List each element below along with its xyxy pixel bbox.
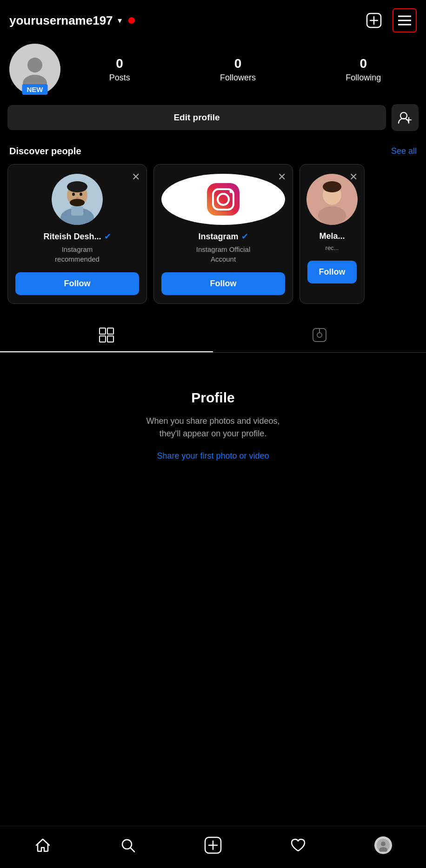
svg-point-8 — [400, 112, 407, 119]
nav-home-button[interactable] — [29, 834, 57, 857]
empty-state-subtitle: When you share photos and videos,they'll… — [146, 415, 280, 440]
svg-point-18 — [80, 193, 82, 196]
card-name-row-mela: Mela... — [319, 231, 345, 241]
grid-icon — [99, 327, 114, 343]
nav-search-button[interactable] — [114, 834, 142, 857]
svg-rect-30 — [107, 328, 113, 334]
svg-point-17 — [72, 193, 75, 196]
card-avatar-instagram — [161, 174, 285, 225]
close-card-riteish-button[interactable]: ✕ — [132, 171, 140, 183]
svg-rect-29 — [100, 328, 106, 334]
svg-rect-20 — [207, 183, 240, 216]
follow-mela-button[interactable]: Follow — [307, 261, 357, 283]
new-badge: NEW — [22, 84, 48, 95]
stat-followers[interactable]: 0 Followers — [220, 56, 256, 83]
username-text: yourusername197 — [9, 13, 113, 28]
heart-icon — [290, 837, 306, 853]
following-label: Following — [346, 73, 381, 83]
share-first-photo-link[interactable]: Share your first photo or video — [157, 451, 269, 461]
tabs-row — [0, 318, 426, 353]
verified-icon-instagram: ✔ — [241, 231, 248, 242]
person-card-riteish: ✕ Riteish Desh — [7, 164, 147, 304]
svg-point-19 — [76, 197, 79, 199]
svg-point-42 — [381, 842, 386, 846]
add-person-icon — [398, 111, 412, 124]
nav-profile-avatar — [374, 836, 392, 854]
card-avatar-riteish — [52, 174, 103, 225]
svg-point-27 — [323, 181, 341, 192]
stat-following[interactable]: 0 Following — [346, 56, 381, 83]
svg-rect-32 — [107, 336, 113, 342]
svg-point-28 — [318, 206, 346, 225]
card-name-row-riteish: Riteish Desh... ✔ — [43, 231, 111, 242]
nav-activity-button[interactable] — [284, 834, 312, 857]
close-card-instagram-button[interactable]: ✕ — [278, 171, 286, 183]
profile-section: NEW 0 Posts 0 Followers 0 Following — [0, 38, 426, 104]
follow-riteish-button[interactable]: Follow — [15, 272, 139, 295]
posts-count: 0 — [116, 56, 123, 71]
card-name-riteish: Riteish Desh... — [43, 232, 101, 242]
svg-point-16 — [70, 199, 85, 206]
card-name-row-instagram: Instagram ✔ — [198, 231, 248, 242]
notification-dot — [128, 17, 135, 24]
empty-state-title: Profile — [191, 390, 234, 406]
card-name-mela: Mela... — [319, 231, 345, 241]
chevron-down-icon: ▾ — [118, 15, 122, 26]
svg-line-37 — [130, 848, 134, 852]
header-left: yourusername197 ▾ — [9, 13, 135, 28]
discover-header: Discover people See all — [0, 142, 426, 164]
menu-icon — [398, 15, 411, 26]
search-icon — [120, 837, 136, 853]
card-subtitle-riteish: Instagramrecommended — [55, 244, 100, 264]
header-right — [363, 8, 417, 33]
svg-point-34 — [317, 333, 322, 337]
svg-rect-31 — [100, 336, 106, 342]
stat-posts[interactable]: 0 Posts — [109, 56, 130, 83]
menu-button[interactable] — [393, 8, 417, 33]
home-icon — [35, 837, 51, 853]
bottom-nav — [0, 826, 426, 868]
card-name-instagram: Instagram — [198, 232, 238, 242]
followers-label: Followers — [220, 73, 256, 83]
svg-point-15 — [67, 181, 87, 192]
person-card-mela: ✕ Mela... rec... Follow — [300, 164, 365, 304]
action-row: Edit profile — [0, 104, 426, 142]
verified-icon-riteish: ✔ — [104, 231, 111, 242]
profile-empty-state: Profile When you share photos and videos… — [0, 353, 426, 480]
header: yourusername197 ▾ — [0, 0, 426, 38]
followers-count: 0 — [234, 56, 242, 71]
svg-rect-13 — [71, 206, 83, 216]
stats-row: 0 Posts 0 Followers 0 Following — [73, 56, 417, 83]
nav-add-button[interactable] — [199, 834, 227, 857]
add-post-button[interactable] — [363, 9, 385, 32]
nav-profile-button[interactable] — [369, 834, 397, 857]
add-post-icon — [366, 13, 382, 28]
add-icon — [204, 836, 222, 854]
card-subtitle-instagram: Instagram OfficialAccount — [196, 244, 250, 264]
svg-point-24 — [230, 190, 233, 193]
avatar-person-icon — [19, 53, 51, 85]
card-subtitle-mela: rec... — [326, 244, 339, 252]
tab-tagged-button[interactable] — [213, 318, 426, 352]
discover-title: Discover people — [9, 146, 81, 157]
avatar-wrapper: NEW — [9, 44, 60, 95]
riteish-avatar-image — [52, 174, 103, 225]
add-person-button[interactable] — [392, 104, 419, 131]
edit-profile-button[interactable]: Edit profile — [7, 105, 386, 130]
posts-label: Posts — [109, 73, 130, 83]
tagged-icon — [312, 327, 327, 343]
svg-point-6 — [27, 58, 42, 72]
instagram-logo-icon — [205, 181, 242, 218]
close-card-mela-button[interactable]: ✕ — [349, 171, 358, 183]
person-card-instagram: ✕ — [153, 164, 293, 304]
people-cards-container: ✕ Riteish Desh — [0, 164, 426, 318]
follow-instagram-button[interactable]: Follow — [161, 272, 285, 295]
profile-avatar-icon — [377, 839, 390, 852]
see-all-button[interactable]: See all — [391, 146, 417, 156]
tab-grid-button[interactable] — [0, 318, 213, 352]
following-count: 0 — [360, 56, 367, 71]
